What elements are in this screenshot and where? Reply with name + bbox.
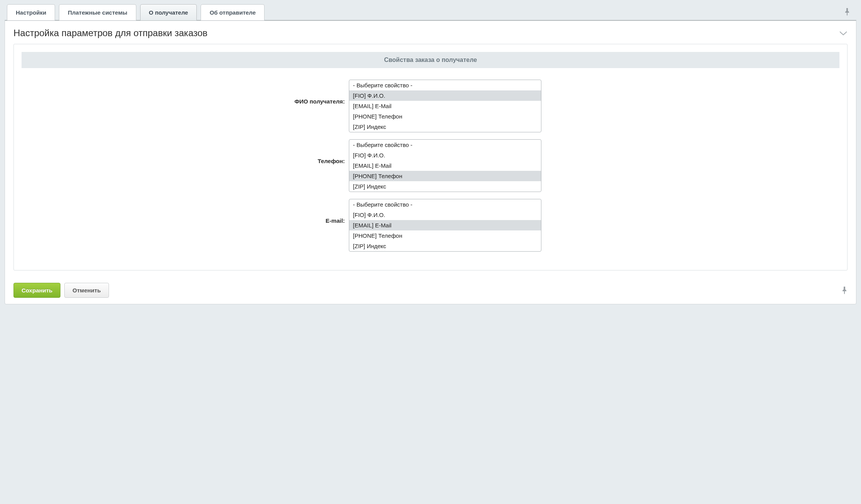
list-option[interactable]: [PHONE] Телефон bbox=[349, 111, 541, 122]
save-button[interactable]: Сохранить bbox=[13, 283, 60, 298]
field-select-fio[interactable]: - Выберите свойство - [FIO] Ф.И.О. [EMAI… bbox=[349, 80, 541, 132]
panel-title: Настройка параметров для отправки заказо… bbox=[13, 28, 208, 38]
list-option[interactable]: [EMAIL] E-Mail bbox=[349, 160, 541, 171]
list-option[interactable]: [EMAIL] E-Mail bbox=[349, 220, 541, 230]
list-option[interactable]: [EMAIL] E-Mail bbox=[349, 101, 541, 111]
field-label-phone: Телефон: bbox=[22, 139, 349, 164]
list-option[interactable]: [ZIP] Индекс bbox=[349, 122, 541, 132]
tab-sender[interactable]: Об отправителе bbox=[201, 4, 265, 20]
list-option[interactable]: [FIO] Ф.И.О. bbox=[349, 150, 541, 160]
list-option[interactable]: [PHONE] Телефон bbox=[349, 171, 541, 181]
chevron-down-icon[interactable] bbox=[839, 30, 848, 36]
field-select-email[interactable]: - Выберите свойство - [FIO] Ф.И.О. [EMAI… bbox=[349, 199, 541, 252]
field-label-fio: ФИО получателя: bbox=[22, 80, 349, 105]
list-option[interactable]: - Выберите свойство - bbox=[349, 199, 541, 210]
tab-settings[interactable]: Настройки bbox=[7, 4, 55, 20]
pin-icon[interactable] bbox=[841, 287, 848, 294]
tab-recipient[interactable]: О получателе bbox=[140, 4, 197, 20]
settings-panel: Настройка параметров для отправки заказо… bbox=[5, 20, 856, 304]
list-option[interactable]: [ZIP] Индекс bbox=[349, 241, 541, 251]
list-option[interactable]: - Выберите свойство - bbox=[349, 80, 541, 90]
list-option[interactable]: [FIO] Ф.И.О. bbox=[349, 90, 541, 101]
panel-header: Настройка параметров для отправки заказо… bbox=[5, 21, 856, 44]
list-option[interactable]: - Выберите свойство - bbox=[349, 140, 541, 150]
field-select-phone[interactable]: - Выберите свойство - [FIO] Ф.И.О. [EMAI… bbox=[349, 139, 541, 192]
list-option[interactable]: [PHONE] Телефон bbox=[349, 230, 541, 241]
list-option[interactable]: [ZIP] Индекс bbox=[349, 181, 541, 192]
section-header: Свойства заказа о получателе bbox=[22, 52, 839, 68]
button-row: Сохранить Отменить bbox=[5, 279, 856, 304]
field-row-phone: Телефон: - Выберите свойство - [FIO] Ф.И… bbox=[22, 139, 839, 192]
content-box: Свойства заказа о получателе ФИО получат… bbox=[13, 44, 848, 270]
tab-payment-systems[interactable]: Платежные системы bbox=[59, 4, 136, 20]
cancel-button[interactable]: Отменить bbox=[64, 283, 109, 298]
field-label-email: E-mail: bbox=[22, 199, 349, 224]
field-row-email: E-mail: - Выберите свойство - [FIO] Ф.И.… bbox=[22, 199, 839, 252]
tabs-bar: Настройки Платежные системы О получателе… bbox=[4, 4, 857, 20]
field-row-fio: ФИО получателя: - Выберите свойство - [F… bbox=[22, 80, 839, 132]
list-option[interactable]: [FIO] Ф.И.О. bbox=[349, 210, 541, 220]
pin-icon[interactable] bbox=[844, 8, 850, 16]
